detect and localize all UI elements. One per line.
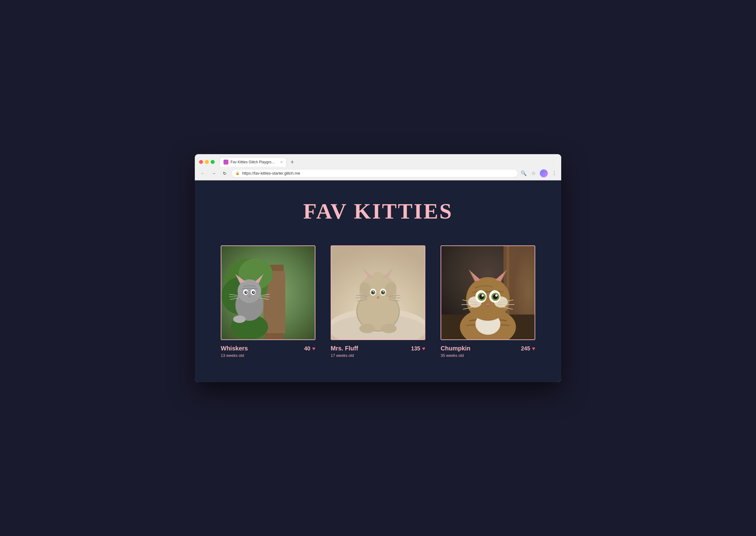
kitty-age-mrs-fluff: 17 weeks old	[331, 353, 358, 358]
kitty-name-mrs-fluff: Mrs. Fluff	[331, 345, 358, 352]
close-button[interactable]	[199, 160, 203, 164]
search-icon[interactable]: 🔍	[520, 170, 527, 177]
tab-bar: Fav Kitties Glitch Playground × +	[220, 157, 557, 167]
kitty-name-age-chumpkin: Chumpkin 35 weeks old	[441, 345, 470, 358]
site-title: FAV KITTIES	[303, 199, 453, 224]
kitty-card-whiskers: Whiskers 13 weeks old 40 ♥	[221, 246, 315, 358]
kitty-votes-whiskers[interactable]: 40 ♥	[304, 345, 315, 352]
svg-point-55	[360, 324, 375, 333]
more-menu-icon[interactable]: ⋮	[551, 170, 558, 177]
browser-window: Fav Kitties Glitch Playground × + ← → ↻ …	[195, 154, 561, 382]
traffic-lights	[199, 160, 215, 164]
svg-point-77	[495, 294, 498, 296]
svg-point-20	[233, 315, 246, 323]
kitty-info-whiskers: Whiskers 13 weeks old 40 ♥	[221, 345, 315, 358]
heart-icon-mrs-fluff: ♥	[422, 346, 425, 352]
kitty-card-chumpkin: Chumpkin 35 weeks old 245 ♥	[441, 246, 535, 358]
kitty-name-whiskers: Whiskers	[221, 345, 248, 352]
kitty-name-age-mrs-fluff: Mrs. Fluff 17 weeks old	[331, 345, 358, 358]
forward-button[interactable]: →	[209, 169, 218, 178]
heart-icon-chumpkin: ♥	[532, 346, 535, 352]
kitty-info-chumpkin: Chumpkin 35 weeks old 245 ♥	[441, 345, 535, 358]
kitty-name-age-whiskers: Whiskers 13 weeks old	[221, 345, 248, 358]
kitty-image-whiskers[interactable]	[221, 246, 315, 340]
browser-titlebar: Fav Kitties Glitch Playground × +	[195, 154, 561, 167]
website-content: FAV KITTIES	[195, 181, 561, 382]
tab-favicon	[223, 160, 228, 164]
svg-point-47	[383, 291, 384, 292]
toolbar-actions: 🔍 ☆ ⋮	[520, 169, 558, 177]
kitty-votes-mrs-fluff[interactable]: 135 ♥	[411, 345, 425, 352]
svg-point-35	[372, 271, 384, 283]
url-display: https://fav-kitties-starter.glitch.me	[242, 171, 514, 176]
kitty-info-mrs-fluff: Mrs. Fluff 17 weeks old 135 ♥	[331, 345, 425, 358]
whiskers-vote-count: 40	[304, 346, 310, 352]
svg-point-18	[253, 291, 254, 292]
chumpkin-vote-count: 245	[521, 346, 530, 352]
address-bar[interactable]: 🔒 https://fav-kitties-starter.glitch.me	[231, 169, 518, 177]
profile-avatar[interactable]	[540, 169, 548, 177]
svg-point-17	[246, 291, 247, 292]
svg-point-56	[381, 324, 396, 333]
tab-close-button[interactable]: ×	[280, 160, 283, 164]
kitty-age-chumpkin: 35 weeks old	[441, 353, 470, 358]
kitty-card-mrs-fluff: Mrs. Fluff 17 weeks old 135 ♥	[331, 246, 425, 358]
heart-icon-whiskers: ♥	[312, 346, 315, 352]
kitty-votes-chumpkin[interactable]: 245 ♥	[521, 345, 535, 352]
maximize-button[interactable]	[211, 160, 215, 164]
minimize-button[interactable]	[205, 160, 209, 164]
browser-tab-active[interactable]: Fav Kitties Glitch Playground ×	[220, 157, 287, 167]
kitty-image-chumpkin[interactable]	[441, 246, 535, 340]
kitty-name-chumpkin: Chumpkin	[441, 345, 470, 352]
refresh-button[interactable]: ↻	[221, 169, 229, 178]
mrs-fluff-vote-count: 135	[411, 346, 420, 352]
svg-point-46	[373, 291, 374, 292]
browser-chrome: Fav Kitties Glitch Playground × + ← → ↻ …	[195, 154, 561, 181]
kitties-grid: Whiskers 13 weeks old 40 ♥	[210, 246, 546, 358]
browser-toolbar: ← → ↻ 🔒 https://fav-kitties-starter.glit…	[195, 167, 561, 180]
lock-icon: 🔒	[235, 171, 240, 175]
tab-title: Fav Kitties Glitch Playground	[230, 160, 277, 164]
new-tab-button[interactable]: +	[288, 158, 296, 167]
kitty-age-whiskers: 13 weeks old	[221, 353, 248, 358]
bookmark-icon[interactable]: ☆	[530, 170, 537, 177]
kitty-image-mrs-fluff[interactable]	[331, 246, 425, 340]
back-button[interactable]: ←	[198, 169, 207, 178]
svg-point-76	[482, 294, 484, 296]
